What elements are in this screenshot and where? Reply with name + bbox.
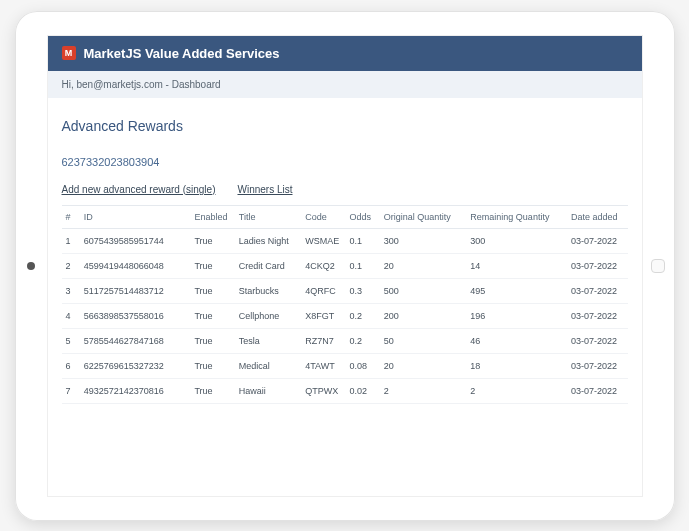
cell-num: 2 [62, 253, 80, 278]
cell-code: 4TAWT [301, 353, 345, 378]
cell-enabled: True [190, 278, 234, 303]
cell-original-qty: 20 [380, 353, 467, 378]
cell-num: 3 [62, 278, 80, 303]
cell-num: 6 [62, 353, 80, 378]
cell-title: Hawaii [235, 378, 301, 403]
cell-original-qty: 300 [380, 228, 467, 253]
cell-num: 4 [62, 303, 80, 328]
cell-enabled: True [190, 328, 234, 353]
cell-remaining-qty: 14 [466, 253, 567, 278]
cell-remaining-qty: 2 [466, 378, 567, 403]
cell-code: 4CKQ2 [301, 253, 345, 278]
cell-code: QTPWX [301, 378, 345, 403]
cell-enabled: True [190, 228, 234, 253]
cell-date-added: 03-07-2022 [567, 353, 627, 378]
cell-odds: 0.3 [346, 278, 380, 303]
col-header-num: # [62, 205, 80, 228]
cell-remaining-qty: 46 [466, 328, 567, 353]
col-header-enabled: Enabled [190, 205, 234, 228]
cell-id: 5117257514483712 [80, 278, 191, 303]
cell-remaining-qty: 196 [466, 303, 567, 328]
cell-title: Starbucks [235, 278, 301, 303]
col-header-remaining-qty: Remaining Quantity [466, 205, 567, 228]
cell-id: 6075439585951744 [80, 228, 191, 253]
cell-title: Medical [235, 353, 301, 378]
col-header-odds: Odds [346, 205, 380, 228]
cell-enabled: True [190, 353, 234, 378]
cell-id: 6225769615327232 [80, 353, 191, 378]
cell-id: 4599419448066048 [80, 253, 191, 278]
cell-original-qty: 500 [380, 278, 467, 303]
cell-num: 5 [62, 328, 80, 353]
app-header: M MarketJS Value Added Services [48, 36, 642, 71]
cell-enabled: True [190, 253, 234, 278]
cell-enabled: True [190, 378, 234, 403]
cell-num: 7 [62, 378, 80, 403]
main-content: Advanced Rewards 6237332023803904 Add ne… [48, 98, 642, 496]
table-row[interactable]: 66225769615327232TrueMedical4TAWT0.08201… [62, 353, 628, 378]
cell-date-added: 03-07-2022 [567, 253, 627, 278]
cell-title: Credit Card [235, 253, 301, 278]
table-row[interactable]: 35117257514483712TrueStarbucks4QRFC0.350… [62, 278, 628, 303]
home-button[interactable] [651, 259, 665, 273]
col-header-original-qty: Original Quantity [380, 205, 467, 228]
cell-code: WSMAE [301, 228, 345, 253]
cell-date-added: 03-07-2022 [567, 328, 627, 353]
cell-odds: 0.1 [346, 253, 380, 278]
cell-title: Cellphone [235, 303, 301, 328]
cell-original-qty: 200 [380, 303, 467, 328]
col-header-date-added: Date added [567, 205, 627, 228]
cell-original-qty: 2 [380, 378, 467, 403]
cell-code: RZ7N7 [301, 328, 345, 353]
col-header-id: ID [80, 205, 191, 228]
table-header-row: # ID Enabled Title Code Odds Original Qu… [62, 205, 628, 228]
cell-num: 1 [62, 228, 80, 253]
cell-date-added: 03-07-2022 [567, 378, 627, 403]
cell-title: Tesla [235, 328, 301, 353]
cell-date-added: 03-07-2022 [567, 228, 627, 253]
app-title: MarketJS Value Added Services [84, 46, 280, 61]
cell-remaining-qty: 18 [466, 353, 567, 378]
page-title: Advanced Rewards [62, 118, 628, 134]
winners-list-link[interactable]: Winners List [237, 184, 292, 195]
cell-original-qty: 20 [380, 253, 467, 278]
rewards-table: # ID Enabled Title Code Odds Original Qu… [62, 205, 628, 404]
cell-code: 4QRFC [301, 278, 345, 303]
cell-id: 5785544627847168 [80, 328, 191, 353]
cell-enabled: True [190, 303, 234, 328]
action-links: Add new advanced reward (single) Winners… [62, 184, 628, 195]
cell-title: Ladies Night [235, 228, 301, 253]
table-row[interactable]: 55785544627847168TrueTeslaRZ7N70.2504603… [62, 328, 628, 353]
table-row[interactable]: 24599419448066048TrueCredit Card4CKQ20.1… [62, 253, 628, 278]
cell-id: 5663898537558016 [80, 303, 191, 328]
cell-date-added: 03-07-2022 [567, 278, 627, 303]
col-header-code: Code [301, 205, 345, 228]
tablet-device-frame: M MarketJS Value Added Services Hi, ben@… [15, 11, 675, 521]
sub-header-greeting: Hi, ben@marketjs.com - Dashboard [48, 71, 642, 98]
cell-original-qty: 50 [380, 328, 467, 353]
cell-remaining-qty: 300 [466, 228, 567, 253]
table-row[interactable]: 74932572142370816TrueHawaiiQTPWX0.022203… [62, 378, 628, 403]
record-id: 6237332023803904 [62, 156, 628, 168]
cell-code: X8FGT [301, 303, 345, 328]
table-row[interactable]: 45663898537558016TrueCellphoneX8FGT0.220… [62, 303, 628, 328]
col-header-title: Title [235, 205, 301, 228]
add-new-reward-link[interactable]: Add new advanced reward (single) [62, 184, 216, 195]
cell-id: 4932572142370816 [80, 378, 191, 403]
cell-odds: 0.08 [346, 353, 380, 378]
cell-odds: 0.2 [346, 303, 380, 328]
app-screen: M MarketJS Value Added Services Hi, ben@… [47, 35, 643, 497]
cell-odds: 0.1 [346, 228, 380, 253]
cell-odds: 0.02 [346, 378, 380, 403]
table-row[interactable]: 16075439585951744TrueLadies NightWSMAE0.… [62, 228, 628, 253]
camera-dot [27, 262, 35, 270]
cell-date-added: 03-07-2022 [567, 303, 627, 328]
cell-odds: 0.2 [346, 328, 380, 353]
app-logo-icon: M [62, 46, 76, 60]
cell-remaining-qty: 495 [466, 278, 567, 303]
